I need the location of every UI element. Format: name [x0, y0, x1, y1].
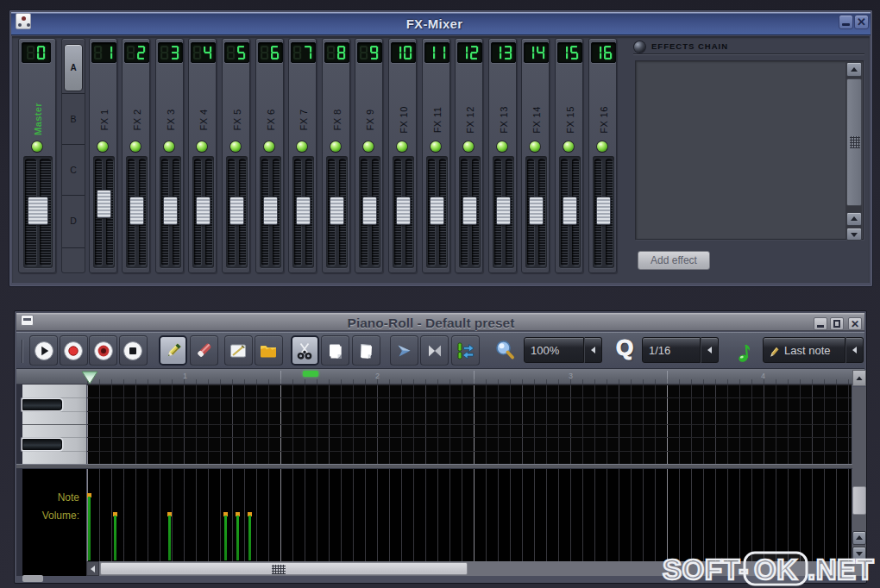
svg-text:OK: OK — [754, 554, 798, 585]
svg-text:.NET: .NET — [808, 554, 874, 585]
svg-text:SOFT-: SOFT- — [663, 554, 749, 585]
